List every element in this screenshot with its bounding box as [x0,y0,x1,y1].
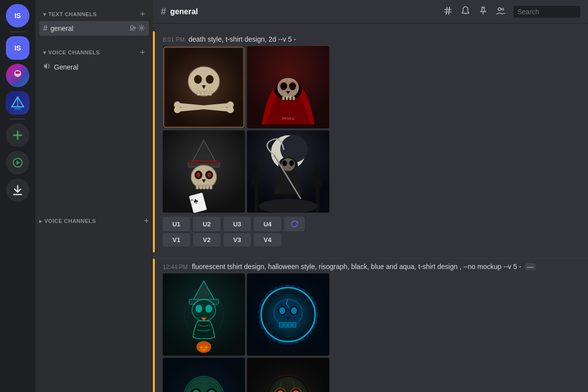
svg-rect-104 [288,322,292,327]
image-cell-6[interactable] [247,273,329,356]
channel-action-icons [129,24,145,33]
header-members-icon[interactable] [496,6,506,18]
header-hash-icon: # [161,6,166,17]
hash-icon: # [43,24,48,33]
svg-point-26 [194,75,202,84]
svg-rect-103 [284,322,287,327]
svg-rect-45 [286,97,288,100]
svg-rect-46 [289,97,292,100]
svg-point-87 [205,305,212,313]
add-member-icon[interactable] [129,24,136,33]
header-hash-action-icon[interactable] [443,6,453,18]
u2-button[interactable]: U2 [193,217,220,231]
v1-button[interactable]: V1 [163,233,190,246]
chat-header: # general [153,0,588,24]
header-icons [443,6,580,18]
server-divider-2 [10,119,25,120]
add-voice-channel-button[interactable]: + [140,48,145,57]
svg-rect-61 [199,185,202,189]
channel-name-general: general [50,24,126,32]
svg-point-59 [207,173,211,177]
u4-button[interactable]: U4 [254,217,281,231]
svg-rect-47 [293,97,295,100]
server-icon-is-main[interactable]: IS [6,36,29,60]
image-cell-1[interactable] [163,46,245,128]
v2-button[interactable]: V2 [193,233,220,246]
u3-button[interactable]: U3 [223,217,251,231]
svg-point-100 [279,307,285,314]
voice-channels-section-2: ▸ VOICE CHANNELS + [35,215,153,227]
message-accent-bar [153,31,155,252]
action-row-v: V1 V2 V3 V4 [163,233,580,246]
message-group-1: 8:01 PM death style, t-shirt design, 2d … [153,31,588,252]
svg-point-12 [130,25,133,28]
server-icon-boat[interactable] [6,91,29,115]
chevron-right-icon: ▸ [39,218,43,224]
message-body-1: 8:01 PM death style, t-shirt design, 2d … [161,35,580,248]
channel-item-general[interactable]: # general [39,21,149,36]
v3-button[interactable]: V3 [223,233,251,246]
image-cell-4[interactable] [247,130,329,213]
image-grid-2 [163,273,580,392]
chevron-down-icon-voice: ▾ [43,49,47,56]
svg-rect-31 [209,91,212,96]
voice-channels-title-2: ▸ VOICE CHANNELS [39,218,96,224]
svg-rect-60 [196,185,198,189]
server-icon-is-top[interactable]: IS [6,4,29,27]
svg-rect-105 [293,322,296,327]
speaker-icon [43,62,51,72]
image-cell-8[interactable] [247,358,329,392]
voice-channel-general[interactable]: General [39,59,149,75]
message-body-2: 12:44 PM fluorescent tshirt design, hall… [161,263,580,392]
svg-rect-44 [282,97,285,100]
refresh-button[interactable] [284,217,305,231]
text-channels-header[interactable]: ▾ TEXT CHANNELS + [39,8,149,21]
svg-marker-9 [17,161,20,165]
svg-point-15 [141,26,143,28]
add-voice-channel-button-2[interactable]: + [144,217,149,225]
chevron-down-icon: ▾ [43,11,47,18]
header-bell-icon[interactable] [461,6,470,18]
v4-button[interactable]: V4 [254,233,281,246]
image-cell-2[interactable]: SKULL [247,46,329,128]
settings-icon[interactable] [138,24,145,33]
header-channel-name: general [170,7,198,16]
svg-point-43 [289,82,296,90]
svg-point-22 [498,7,501,10]
image-grid-1: SKULL [163,46,580,213]
server-icon-avatar[interactable] [6,64,29,87]
svg-point-86 [196,305,202,313]
server-icon-add[interactable] [6,123,29,147]
image-cell-3[interactable]: ♣ A [163,130,245,213]
server-sidebar: IS IS [0,0,35,392]
server-icon-download[interactable] [6,178,29,202]
svg-rect-62 [203,185,205,189]
svg-point-0 [14,70,21,77]
u1-button[interactable]: U1 [163,217,190,231]
main-content: # general [153,0,588,392]
svg-text:SKULL: SKULL [282,116,295,121]
svg-rect-28 [197,91,200,96]
image-cell-7[interactable] [163,358,245,392]
add-text-channel-button[interactable]: + [140,10,145,19]
svg-point-101 [291,307,297,314]
image-cell-5[interactable] [163,273,245,356]
svg-point-78 [289,160,294,166]
voice-channels-header-2[interactable]: ▸ VOICE CHANNELS + [35,215,153,227]
voice-channels-header[interactable]: ▾ VOICE CHANNELS + [39,46,149,59]
svg-point-42 [280,82,287,90]
svg-point-27 [206,75,214,84]
server-divider [10,31,25,32]
server-icon-discover[interactable] [6,151,29,174]
msg-1-header: 8:01 PM death style, t-shirt design, 2d … [163,35,580,43]
svg-rect-30 [205,91,208,96]
svg-rect-102 [279,322,283,327]
search-input[interactable] [514,6,580,18]
msg-2-header: 12:44 PM fluorescent tshirt design, hall… [163,263,580,270]
voice-channels-title: ▾ VOICE CHANNELS [43,49,100,56]
messages-area[interactable]: 8:01 PM death style, t-shirt design, 2d … [153,24,588,392]
svg-point-23 [502,8,504,10]
svg-rect-63 [206,185,209,189]
header-pin-icon[interactable] [478,6,488,18]
text-channels-section: ▾ TEXT CHANNELS + # general [35,0,153,38]
